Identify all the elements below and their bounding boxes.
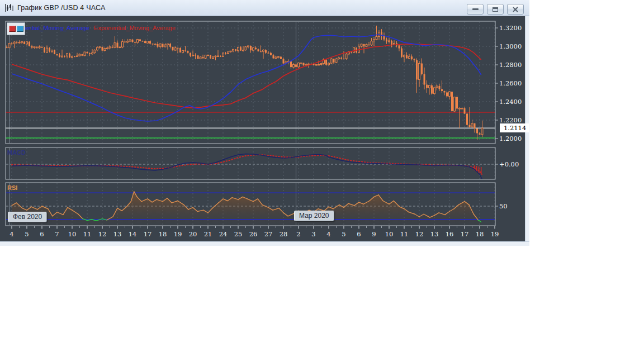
close-button[interactable] [507,4,524,15]
date-tick-label: 9 [372,230,376,238]
chart-client[interactable]: 1.32001.30001.28001.26001.24001.22001.20… [0,16,529,246]
minimize-icon [472,8,479,10]
date-tick-label: 26 [249,230,258,238]
ema-red-legend-label: Exponential_Moving_Average [94,25,176,31]
close-icon [513,7,518,12]
date-tick-label: 2 [296,230,300,238]
date-tick-label: 27 [264,230,273,238]
restore-icon [493,7,498,12]
candlestick-chart-icon [4,3,14,13]
window-title: График GBP /USD 4 ЧАСА [17,4,105,12]
date-tick-label: 4 [10,230,13,238]
date-tick-label: 16 [446,230,454,238]
date-tick-label: 3 [311,230,315,238]
month-marker-mar: Мар 2020 [294,211,334,221]
rsi-layer [6,192,495,226]
date-tick-label: 28 [280,230,288,238]
macd-line [12,154,482,179]
price-tick-label: 1.2000 [499,135,522,142]
ema-blue-swatch-button[interactable] [17,26,23,32]
macd-axis-label: +0.00 [499,160,519,168]
date-tick-label: 10 [68,230,77,238]
date-tick-label: 17 [461,230,469,238]
window-controls [467,4,524,15]
date-tick-label: 6 [40,230,44,238]
date-tick-label: 4 [326,230,330,238]
date-tick-label: 5 [342,230,345,238]
date-axis [12,226,495,229]
date-tick-label: 12 [415,230,424,238]
restore-button[interactable] [487,4,504,15]
date-tick-label: 25 [234,230,243,238]
date-tick-label: 21 [204,230,212,238]
indicator-legend-box [7,22,25,35]
date-tick-label: 14 [129,230,137,238]
date-tick-label: 17 [144,230,152,238]
titlebar[interactable]: График GBP /USD 4 ЧАСА [0,0,529,16]
date-tick-label: 13 [430,230,439,238]
month-marker-feb: Фев 2020 [8,212,47,222]
date-tick-label: 12 [98,230,107,238]
date-tick-label: 10 [385,230,394,238]
date-tick-label: 7 [55,230,59,238]
rsi-axis-label: 50 [499,202,508,210]
price-tick-label: 1.2800 [499,61,522,69]
date-tick-label: 18 [476,230,484,238]
date-tick-label: 6 [357,230,361,238]
date-tick-label: 11 [83,230,92,238]
minimize-button[interactable] [467,4,484,15]
price-tick-label: 1.2600 [499,79,522,87]
date-tick-label: 18 [159,230,167,238]
rsi-area-fill [12,192,481,226]
rsi-panel-label: RSI [7,184,17,191]
date-tick-label: 24 [219,230,228,238]
price-tick-label: 1.3000 [499,42,522,50]
date-tick-label: 5 [25,230,29,238]
date-tick-label: 13 [113,230,122,238]
macd-panel-label: MACD [7,149,26,156]
ema-blue-legend-label: ential_Moving_Average [25,25,89,31]
ema-red-swatch-button[interactable] [9,26,16,32]
macd-layer [12,154,482,179]
date-tick-label: 20 [189,230,197,238]
date-tick-label: 19 [491,230,499,238]
desktop: { "window": { "title": "График GBP /USD … [0,0,644,362]
window-frame-bottom [0,241,529,246]
price-tick-label: 1.3200 [499,24,522,32]
date-tick-label: 11 [400,230,409,238]
chart-window: 1.32001.30001.28001.26001.24001.22001.20… [0,0,529,246]
current-price-badge: 1.2114 [500,123,529,132]
price-level-lines [6,112,495,138]
indicator-legend: ential_Moving_Average Exponential_Moving… [25,25,176,31]
date-tick-label: 19 [174,230,182,238]
price-tick-label: 1.2400 [499,98,522,106]
chart-canvas[interactable]: 1.32001.30001.28001.26001.24001.22001.20… [0,16,529,246]
ema-red-line [12,44,481,108]
price-tick-label: 1.2200 [499,116,522,124]
